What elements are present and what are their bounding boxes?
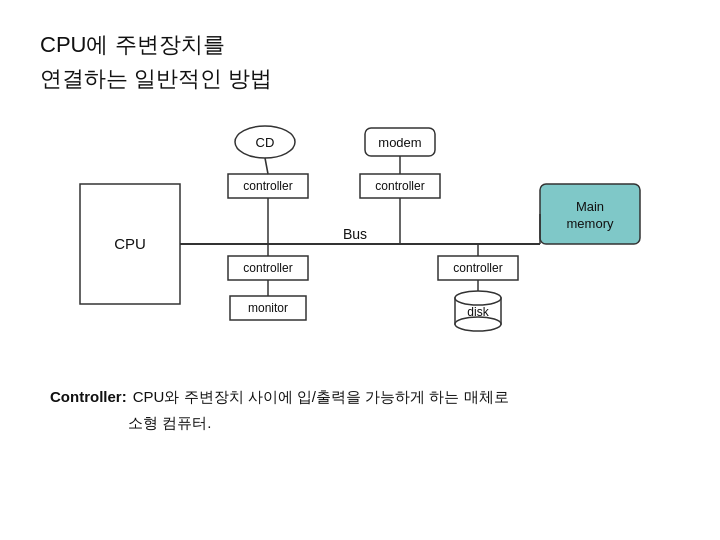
cd-label: CD bbox=[256, 135, 275, 150]
controller-cd-label: controller bbox=[243, 179, 292, 193]
description-line2: 소형 컴퓨터. bbox=[128, 410, 680, 436]
description-text2: 소형 컴퓨터. bbox=[128, 414, 211, 431]
description-line1: Controller: CPU와 주변장치 사이에 입/출력을 가능하게 하는 … bbox=[50, 384, 680, 410]
description-label: Controller: bbox=[50, 384, 127, 410]
monitor-label: monitor bbox=[248, 301, 288, 315]
main-memory-label-2: memory bbox=[567, 216, 614, 231]
title-line1: CPU에 주변장치를 bbox=[40, 30, 680, 60]
description-text1: CPU와 주변장치 사이에 입/출력을 가능하게 하는 매체로 bbox=[133, 384, 509, 410]
line-cd-ctrl bbox=[265, 158, 268, 174]
diagram-area: CPU Main memory Bus CD modem controller … bbox=[40, 124, 680, 354]
disk-bottom bbox=[455, 317, 501, 331]
cpu-label: CPU bbox=[114, 235, 146, 252]
title-line2: 연결하는 일반적인 방법 bbox=[40, 64, 680, 94]
controller-disk-label: controller bbox=[453, 261, 502, 275]
main-memory-label-1: Main bbox=[576, 199, 604, 214]
main-memory-box bbox=[540, 184, 640, 244]
page-container: CPU에 주변장치를 연결하는 일반적인 방법 CPU Main memory … bbox=[0, 0, 720, 540]
controller-modem-label: controller bbox=[375, 179, 424, 193]
diagram-svg: CPU Main memory Bus CD modem controller … bbox=[60, 124, 660, 354]
controller-monitor-label: controller bbox=[243, 261, 292, 275]
disk-label: disk bbox=[467, 305, 489, 319]
description-area: Controller: CPU와 주변장치 사이에 입/출력을 가능하게 하는 … bbox=[40, 384, 680, 435]
modem-label: modem bbox=[378, 135, 421, 150]
disk-top bbox=[455, 291, 501, 305]
bus-label: Bus bbox=[343, 226, 367, 242]
